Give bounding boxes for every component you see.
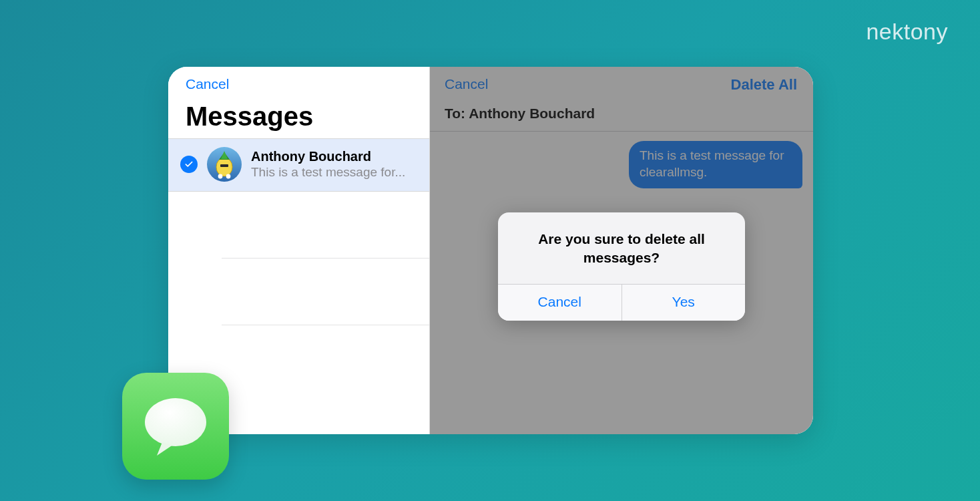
brand-logo: nektony (866, 19, 948, 45)
cancel-button[interactable]: Cancel (186, 76, 229, 92)
avatar (207, 147, 242, 182)
empty-list-area (168, 192, 429, 325)
conversation-panel: Cancel Dalete All To: Anthony Bouchard T… (430, 67, 813, 434)
list-item (222, 192, 429, 259)
messages-app-icon (122, 373, 229, 480)
checkmark-selected-icon[interactable] (180, 156, 198, 173)
dialog-message: Are you sure to delete all messages? (498, 212, 745, 284)
left-header: Cancel (168, 67, 429, 92)
page-title: Messages (168, 92, 429, 138)
svg-rect-2 (220, 164, 228, 167)
dialog-yes-button[interactable]: Yes (622, 285, 746, 321)
conversation-name: Anthony Bouchard (251, 149, 420, 164)
device-window: Cancel Messages Anthony Bouchard (168, 67, 813, 434)
conversation-text: Anthony Bouchard This is a test message … (251, 149, 420, 180)
list-item (222, 259, 429, 325)
confirm-delete-dialog: Are you sure to delete all messages? Can… (498, 212, 745, 321)
conversation-row[interactable]: Anthony Bouchard This is a test message … (168, 139, 429, 191)
dialog-cancel-button[interactable]: Cancel (498, 285, 622, 321)
dialog-buttons: Cancel Yes (498, 284, 745, 321)
conversation-preview: This is a test message for... (251, 164, 420, 180)
svg-point-4 (226, 174, 231, 179)
svg-point-5 (145, 398, 206, 446)
svg-point-3 (218, 174, 223, 179)
